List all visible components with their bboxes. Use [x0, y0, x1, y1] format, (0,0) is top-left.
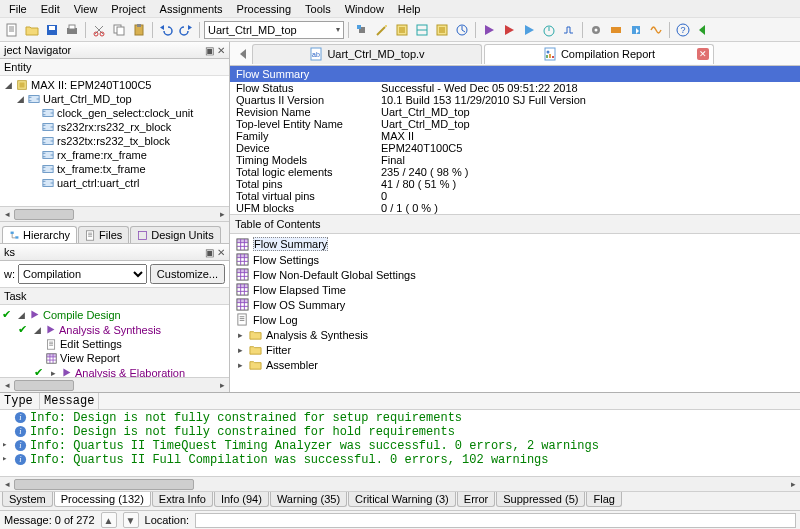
- msgtab-critical[interactable]: Critical Warning (3): [348, 492, 456, 507]
- device-node[interactable]: MAX II: EPM240T100C5: [31, 79, 151, 91]
- rtl-viewer-icon[interactable]: [587, 21, 605, 39]
- msgtab-system[interactable]: System: [2, 492, 53, 507]
- tab-hierarchy[interactable]: Hierarchy: [2, 226, 77, 243]
- menu-help[interactable]: Help: [391, 2, 428, 16]
- msgtab-info[interactable]: Info (94): [214, 492, 269, 507]
- menu-tools[interactable]: Tools: [298, 2, 338, 16]
- entity-node[interactable]: clock_gen_select:clock_unit: [57, 107, 193, 119]
- toc-folder[interactable]: Assembler: [266, 359, 318, 371]
- prev-message-icon[interactable]: ▲: [101, 512, 117, 528]
- paste-icon[interactable]: [130, 21, 148, 39]
- task-analysis-elab[interactable]: Analysis & Elaboration: [75, 367, 185, 378]
- tasks-tree[interactable]: ✔◢Compile Design ✔◢Analysis & Synthesis …: [0, 305, 229, 377]
- menu-file[interactable]: File: [2, 2, 34, 16]
- expand-icon[interactable]: ◢: [4, 80, 13, 90]
- expand-icon[interactable]: ▸: [236, 360, 245, 370]
- toc-item[interactable]: Flow Non-Default Global Settings: [253, 269, 416, 281]
- message-line[interactable]: Info: Quartus II Full Compilation was su…: [30, 453, 548, 467]
- compile-play-icon[interactable]: [480, 21, 498, 39]
- pin-planner-icon[interactable]: [433, 21, 451, 39]
- menu-view[interactable]: View: [67, 2, 105, 16]
- entity-node[interactable]: rs232tx:rs232_tx_block: [57, 135, 170, 147]
- msgtab-warning[interactable]: Warning (35): [270, 492, 347, 507]
- msgtab-suppressed[interactable]: Suppressed (5): [496, 492, 585, 507]
- toc-folder[interactable]: Analysis & Synthesis: [266, 329, 368, 341]
- expand-icon[interactable]: ◢: [16, 94, 25, 104]
- task-view-report[interactable]: View Report: [60, 352, 120, 364]
- task-compile[interactable]: Compile Design: [43, 309, 121, 321]
- settings-icon[interactable]: [353, 21, 371, 39]
- tab-design-units[interactable]: Design Units: [130, 226, 220, 243]
- project-selector[interactable]: Uart_Ctrl_MD_top ▾: [204, 21, 344, 39]
- menu-project[interactable]: Project: [104, 2, 152, 16]
- close-tab-icon[interactable]: ✕: [697, 48, 709, 60]
- help-icon[interactable]: ?: [674, 21, 692, 39]
- toc-item[interactable]: Flow Log: [253, 314, 298, 326]
- copy-icon[interactable]: [110, 21, 128, 39]
- save-icon[interactable]: [43, 21, 61, 39]
- task-analysis-synth[interactable]: Analysis & Synthesis: [59, 324, 161, 336]
- entity-node[interactable]: rx_frame:rx_frame: [57, 149, 147, 161]
- undo-icon[interactable]: [157, 21, 175, 39]
- open-icon[interactable]: [23, 21, 41, 39]
- print-icon[interactable]: [63, 21, 81, 39]
- redo-icon[interactable]: [177, 21, 195, 39]
- msgtab-error[interactable]: Error: [457, 492, 495, 507]
- flow-value: Final: [375, 154, 596, 166]
- msgtab-flag[interactable]: Flag: [586, 492, 621, 507]
- flow-selector[interactable]: Compilation: [18, 264, 147, 284]
- entity-node[interactable]: rs232rx:rs232_rx_block: [57, 121, 171, 133]
- svg-rect-48: [611, 27, 621, 33]
- chip-icon[interactable]: [393, 21, 411, 39]
- toc-folder[interactable]: Fitter: [266, 344, 291, 356]
- menu-assignments[interactable]: Assignments: [153, 2, 230, 16]
- tab-files[interactable]: Files: [78, 226, 129, 243]
- tech-viewer-icon[interactable]: [607, 21, 625, 39]
- menu-window[interactable]: Window: [338, 2, 391, 16]
- toc-item[interactable]: Flow OS Summary: [253, 299, 345, 311]
- tab-source-file[interactable]: ab Uart_Ctrl_MD_top.v: [252, 44, 482, 64]
- toc-item[interactable]: Flow Summary: [253, 237, 328, 251]
- analyze-icon[interactable]: [520, 21, 538, 39]
- msgtab-extra-info[interactable]: Extra Info: [152, 492, 213, 507]
- customize-button[interactable]: Customize...: [150, 264, 225, 284]
- messages-list[interactable]: Info: Design is not fully constrained fo…: [0, 410, 800, 476]
- expand-icon[interactable]: ▸: [236, 345, 245, 355]
- assign-editor-icon[interactable]: [413, 21, 431, 39]
- messages-scrollbar[interactable]: ◂▸: [0, 476, 800, 491]
- timing-icon[interactable]: [453, 21, 471, 39]
- programmer-icon[interactable]: [627, 21, 645, 39]
- entity-node[interactable]: tx_frame:tx_frame: [57, 163, 146, 175]
- table-of-contents[interactable]: Flow Summary Flow Settings Flow Non-Defa…: [230, 234, 800, 392]
- simulation-icon[interactable]: [560, 21, 578, 39]
- panel-undock-icon[interactable]: ▣ ✕: [205, 45, 225, 56]
- wand-icon[interactable]: [373, 21, 391, 39]
- top-entity-node[interactable]: Uart_Ctrl_MD_top: [43, 93, 132, 105]
- message-line[interactable]: Info: Design is not fully constrained fo…: [30, 425, 455, 439]
- task-edit-settings[interactable]: Edit Settings: [60, 338, 122, 350]
- cut-icon[interactable]: [90, 21, 108, 39]
- signaltap-icon[interactable]: [647, 21, 665, 39]
- panel-undock-icon[interactable]: ▣ ✕: [205, 247, 225, 258]
- message-line[interactable]: Info: Quartus II TimeQuest Timing Analyz…: [30, 439, 599, 453]
- tab-nav-icon[interactable]: [234, 47, 252, 61]
- location-field[interactable]: [195, 513, 796, 528]
- expand-icon[interactable]: ▸: [236, 330, 245, 340]
- message-line[interactable]: Info: Design is not fully constrained fo…: [30, 411, 462, 425]
- new-file-icon[interactable]: [3, 21, 21, 39]
- entity-node[interactable]: uart_ctrl:uart_ctrl: [57, 177, 140, 189]
- tree-scrollbar[interactable]: ◂▸: [0, 206, 229, 221]
- toc-item[interactable]: Flow Elapsed Time: [253, 284, 346, 296]
- toc-item[interactable]: Flow Settings: [253, 254, 319, 266]
- hierarchy-tree[interactable]: ◢ MAX II: EPM240T100C5 ◢ Uart_Ctrl_MD_to…: [0, 76, 229, 206]
- tab-compilation-report[interactable]: Compilation Report ✕: [484, 44, 714, 64]
- menu-processing[interactable]: Processing: [230, 2, 298, 16]
- msgtab-processing[interactable]: Processing (132): [54, 492, 151, 507]
- back-nav-icon[interactable]: [694, 21, 712, 39]
- menu-edit[interactable]: Edit: [34, 2, 67, 16]
- entity-icon: [42, 177, 54, 189]
- tasks-scrollbar[interactable]: ◂▸: [0, 377, 229, 392]
- stop-icon[interactable]: [500, 21, 518, 39]
- timing-analyze-icon[interactable]: [540, 21, 558, 39]
- next-message-icon[interactable]: ▼: [123, 512, 139, 528]
